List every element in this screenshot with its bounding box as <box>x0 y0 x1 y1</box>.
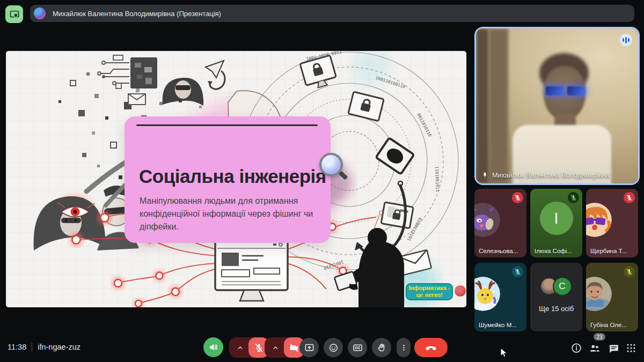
participant-name: Щербина Т... <box>590 248 635 254</box>
mic-control-group <box>229 337 269 358</box>
divider <box>32 343 32 351</box>
presenter-name-bar: Михайлюк Валентина Володимирівна <box>481 172 610 179</box>
chevron-up-icon <box>236 344 244 352</box>
end-call-phone-icon <box>425 341 437 354</box>
presenter-video-tile[interactable]: Михайлюк Валентина Володимирівна <box>474 27 640 185</box>
volume-button[interactable] <box>203 337 223 357</box>
screen-share-icon <box>9 9 20 20</box>
meeting-info: 11:38 ifn-ngae-zuz <box>8 343 80 351</box>
camera-control-group <box>265 337 304 358</box>
slide-title: Соціальна інженерія <box>139 166 326 187</box>
people-icon <box>589 342 601 354</box>
avatar <box>474 277 500 311</box>
mic-off-badge <box>624 192 635 203</box>
red-round-logo <box>453 284 466 298</box>
more-vertical-dots-icon <box>399 343 408 352</box>
participant-tile[interactable]: Губіна Оле... <box>586 263 638 331</box>
mic-off-badge <box>512 266 523 277</box>
meeting-code: ifn-ngae-zuz <box>38 343 80 351</box>
captions-cc-icon <box>353 343 363 353</box>
envelope-icon <box>128 94 145 105</box>
slide-title-card: Соціальна інженерія Маніпулювання людьми… <box>125 116 331 243</box>
participant-name: Шумейко М... <box>479 322 524 328</box>
audio-level-indicator-icon <box>620 34 632 46</box>
avatar <box>586 203 612 237</box>
presenter-pill-label: Михайлюк Валентина Володимирівна (Презен… <box>53 10 221 18</box>
participant-count-badge: 23 <box>594 333 605 341</box>
chat-icon <box>608 343 620 354</box>
chevron-up-icon <box>272 344 280 352</box>
mic-off-badge <box>512 192 523 203</box>
badge-line1: Інформатика - <box>408 285 450 292</box>
participant-tile[interactable]: Селезньова... <box>474 189 526 257</box>
show-people-button[interactable] <box>589 342 601 354</box>
participant-name: Ілюха Софі... <box>535 248 580 254</box>
participant-tile[interactable]: Шумейко М... <box>474 263 526 331</box>
avatar <box>34 8 46 19</box>
participant-tile[interactable]: Щербина Т... <box>586 189 638 257</box>
screen-share-indicator-button[interactable] <box>5 5 23 23</box>
camera-off-icon <box>289 343 299 353</box>
clock-time: 11:38 <box>8 343 26 351</box>
svg-text:1101001011: 1101001011 <box>434 166 440 193</box>
circuit-head-illustration <box>98 55 157 88</box>
raise-hand-button[interactable] <box>372 338 391 357</box>
present-screen-button[interactable] <box>299 338 319 357</box>
participant-tile[interactable]: I Ілюха Софі... <box>530 189 582 257</box>
volume-icon <box>208 342 218 352</box>
mic-off-icon <box>626 194 633 201</box>
avatar: I <box>540 202 573 235</box>
mic-off-icon <box>514 268 521 275</box>
chat-button[interactable] <box>608 343 620 354</box>
overflow-avatars: C <box>530 277 582 296</box>
mic-options-chevron[interactable] <box>229 337 251 358</box>
reactions-button[interactable] <box>324 338 343 357</box>
presenter-name: Михайлюк Валентина Володимирівна <box>492 172 610 179</box>
activities-button[interactable] <box>625 342 637 354</box>
masked-figures-illustration <box>34 186 139 250</box>
pin-icon <box>481 172 488 179</box>
info-icon <box>570 342 582 354</box>
meeting-details-button[interactable] <box>570 342 582 354</box>
apps-grid-icon <box>625 342 637 354</box>
browser-monitor-illustration <box>215 240 288 301</box>
mic-off-icon <box>626 268 633 275</box>
magnifier-icon <box>319 153 345 179</box>
mic-off-icon <box>514 194 521 201</box>
badge-line2: це легко! <box>416 292 442 299</box>
avatar <box>474 203 500 237</box>
mic-off-badge <box>624 266 635 277</box>
mouse-cursor <box>500 348 508 358</box>
mic-off-icon <box>570 194 577 201</box>
presenter-pill[interactable]: Михайлюк Валентина Володимирівна (Презен… <box>30 5 634 22</box>
more-options-button[interactable] <box>397 338 411 357</box>
card-accent-line <box>136 124 318 126</box>
raise-hand-icon <box>377 343 387 353</box>
end-call-button[interactable] <box>414 338 448 357</box>
overflow-count-label: Ще 15 осіб <box>530 305 582 313</box>
participant-name: Селезньова... <box>479 248 524 254</box>
slide-subtitle: Маніпулювання людьми для отримання конфі… <box>140 195 318 233</box>
presenter-video <box>476 28 638 183</box>
captions-button[interactable] <box>348 338 367 357</box>
mic-off-icon <box>254 343 264 353</box>
slide-watermark-badge: Інформатика - це легко! <box>406 283 453 300</box>
shared-presentation-slide: 100110100110 0011010110 1101001011 01001… <box>6 51 466 307</box>
camera-options-chevron[interactable] <box>265 337 286 358</box>
mic-off-badge <box>568 192 579 203</box>
hooded-hacker-illustration <box>163 78 203 106</box>
smile-icon <box>328 343 339 353</box>
avatar <box>586 277 612 311</box>
meet-window: Михайлюк Валентина Володимирівна (Презен… <box>0 0 644 362</box>
participant-name: Губіна Оле... <box>590 322 635 328</box>
overflow-participants-tile[interactable]: C Ще 15 осіб <box>530 263 582 331</box>
present-screen-icon <box>304 343 314 353</box>
phishing-hook-top-illustration <box>206 61 225 89</box>
avatar: C <box>553 277 572 296</box>
